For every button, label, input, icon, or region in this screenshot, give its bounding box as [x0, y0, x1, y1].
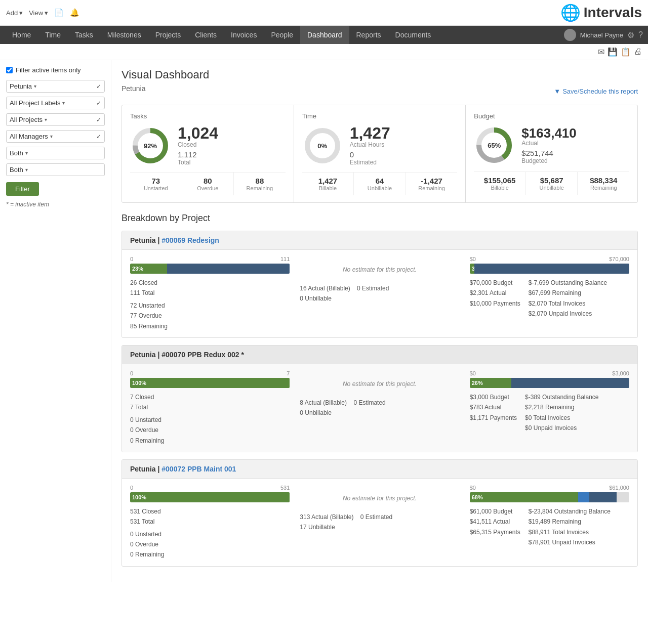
budget-unbillable-num: $5,687 [528, 176, 576, 185]
nav-invoices[interactable]: Invoices [224, 26, 264, 44]
time-remaining: -1,427 Remaining [406, 173, 458, 195]
projects-check-icon: ✓ [96, 116, 101, 123]
proj-budget-right-1: $-7,699 Outstanding Balance$67,699 Remai… [529, 278, 607, 319]
both-1-arrow-icon: ▾ [25, 150, 28, 156]
budget-donut: 65% [474, 125, 514, 165]
summary-cards: Tasks 92% 1,024 Closed 1,112 [122, 105, 638, 203]
filter-button[interactable]: Filter [6, 182, 39, 196]
project-name-2: #00070 PPB Redux 002 * [161, 351, 244, 359]
time-total-label: Estimated [350, 159, 390, 166]
tasks-card-main: 92% 1,024 Closed 1,112 Total [130, 125, 286, 166]
projects-value: All Projects [10, 116, 43, 123]
filter-active-checkbox[interactable] [6, 67, 13, 73]
tasks-card-title: Tasks [130, 112, 286, 120]
budget-total-label: Budgeted [521, 157, 576, 164]
budget-billable-num: $155,065 [476, 176, 523, 185]
nav-bar: Home Time Tasks Milestones Projects Clie… [0, 26, 648, 44]
nav-right: Michael Payne ⚙ ? [564, 29, 643, 41]
budget-remaining: $88,334 Remaining [578, 172, 629, 195]
managers-select[interactable]: All Managers ▾ ✓ [6, 130, 105, 143]
budget-card: Budget 65% $163,410 Actual $251,744 [466, 105, 637, 202]
petunia-arrow-icon: ▾ [34, 83, 36, 89]
save-schedule-link[interactable]: ▼ Save/Schedule this report [554, 88, 638, 95]
proj-budget-col-1: $0 $70,000 3% $70,000 Budget$2,301 Actua… [470, 256, 629, 331]
time-billable-num: 1,427 [304, 177, 352, 185]
nav-projects[interactable]: Projects [148, 26, 188, 44]
time-card-title: Time [302, 112, 458, 120]
petunia-select[interactable]: Petunia ▾ ✓ [6, 80, 105, 93]
tasks-bar-track-1: 23% [130, 264, 290, 274]
action-icons-row: ✉ 💾 📋 🖨 [0, 44, 648, 60]
both-1-value: Both [10, 149, 23, 157]
settings-icon[interactable]: ⚙ [627, 30, 634, 40]
proj-tasks-stats2-1: 72 Unstarted77 Overdue85 Remaining [130, 300, 290, 331]
time-unbillable: 64 Unbillable [354, 173, 406, 195]
project-link-3[interactable]: #00072 PPB Maint 001 [161, 465, 236, 473]
nav-dashboard[interactable]: Dashboard [300, 26, 349, 44]
proj-time-stats-1: 16 Actual (Billable) 0 Estimated0 Unbill… [300, 283, 459, 304]
budget-bar-track-3: 68% [470, 492, 629, 502]
projects-select[interactable]: All Projects ▾ ✓ [6, 113, 105, 126]
proj-time-col-1: No estimate for this project. 16 Actual … [300, 256, 459, 331]
project-block-2: Petunia | #00070 PPB Redux 002 * 0 7 100… [122, 345, 638, 452]
budget-billable: $155,065 Billable [474, 172, 526, 195]
managers-arrow-icon: ▾ [50, 134, 53, 139]
export-icon[interactable]: 📋 [621, 47, 631, 57]
view-button[interactable]: View ▾ [29, 9, 48, 17]
managers-value: All Managers [10, 133, 48, 140]
time-card: Time 0% 1,427 Actual Hours 0 Estimated [294, 105, 466, 202]
both-2-select[interactable]: Both ▾ [6, 163, 105, 176]
both-1-select[interactable]: Both ▾ [6, 147, 105, 159]
nav-reports[interactable]: Reports [349, 26, 388, 44]
project-client-1: Petunia [130, 236, 156, 244]
proj-budget-right-3: $-23,804 Outstanding Balance$19,489 Rema… [529, 506, 611, 548]
nav-people[interactable]: People [264, 26, 300, 44]
tasks-min-3: 0 [130, 485, 133, 491]
tasks-donut-label: 92% [144, 142, 157, 149]
time-big-label: Actual Hours [350, 141, 390, 148]
project-labels-select[interactable]: All Project Labels ▾ ✓ [6, 97, 105, 109]
tasks-max-2: 7 [287, 370, 290, 376]
nav-time[interactable]: Time [38, 26, 68, 44]
nav-clients[interactable]: Clients [188, 26, 224, 44]
proj-tasks-stats-3: 531 Closed531 Total [130, 506, 290, 527]
help-icon[interactable]: ? [638, 30, 643, 39]
project-body-2: 0 7 100% 7 Closed7 Total 0 Unstarted0 Ov… [122, 364, 637, 452]
proj-tasks-stats2-3: 0 Unstarted0 Overdue0 Remaining [130, 529, 290, 560]
add-button[interactable]: Add ▾ [6, 9, 23, 17]
project-client-3: Petunia [130, 465, 156, 473]
time-remaining-num: -1,427 [408, 177, 456, 185]
nav-milestones[interactable]: Milestones [100, 26, 148, 44]
tasks-big-label: Closed [178, 141, 218, 148]
projects-arrow-icon: ▾ [45, 117, 47, 122]
nav-tasks[interactable]: Tasks [68, 26, 100, 44]
tasks-bar-fill-1: 23% [130, 264, 167, 274]
logo-text: Intervals [584, 5, 642, 21]
tasks-stats: 1,024 Closed 1,112 Total [178, 125, 218, 166]
top-bar-left: Add ▾ View ▾ 📄 🔔 [6, 8, 79, 17]
sidebar: Filter active items only Petunia ▾ ✓ All… [0, 60, 111, 582]
time-billable: 1,427 Billable [302, 173, 354, 195]
main-layout: Filter active items only Petunia ▾ ✓ All… [0, 60, 648, 582]
print-icon[interactable]: 🖨 [634, 47, 642, 57]
tasks-unstarted: 73 Unstarted [130, 173, 182, 195]
nav-documents[interactable]: Documents [388, 26, 438, 44]
proj-tasks-stats-1: 26 Closed111 Total [130, 278, 290, 298]
main-content: Visual Dashboard Petunia ▼ Save/Schedule… [111, 60, 648, 582]
tasks-donut: 92% [130, 125, 171, 166]
project-labels-check-icon: ✓ [96, 100, 101, 107]
save-icon[interactable]: 💾 [608, 47, 618, 57]
project-labels-arrow-icon: ▾ [62, 100, 65, 106]
bell-icon[interactable]: 🔔 [70, 8, 79, 17]
page-title: Visual Dashboard [122, 68, 638, 81]
budget-stats: $163,410 Actual $251,744 Budgeted [521, 126, 576, 164]
nav-home[interactable]: Home [5, 26, 38, 44]
email-icon[interactable]: ✉ [598, 47, 604, 57]
project-body-1: 0 111 23% 26 Closed111 Total 72 Unstarte… [122, 250, 637, 337]
document-icon[interactable]: 📄 [54, 8, 64, 17]
proj-time-stats-3: 313 Actual (Billable) 0 Estimated17 Unbi… [300, 512, 459, 533]
budget-remaining-num: $88,334 [580, 176, 627, 185]
project-link-1[interactable]: #00069 Redesign [161, 236, 219, 244]
top-bar: Add ▾ View ▾ 📄 🔔 🌐 Intervals [0, 0, 648, 26]
tasks-remaining-num: 88 [236, 177, 284, 185]
